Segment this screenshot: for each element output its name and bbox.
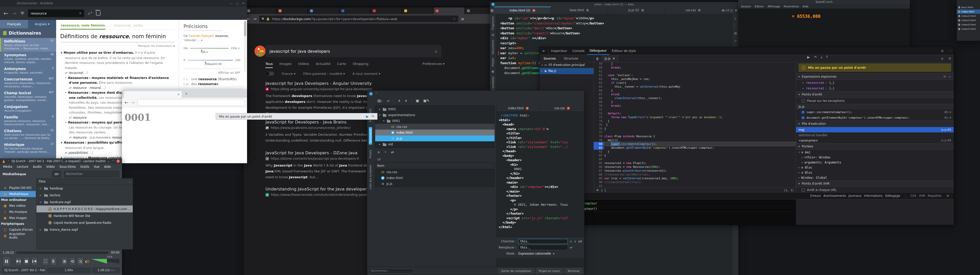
sources-pane-tab[interactable]: Structure <box>560 55 582 62</box>
breakpoint-row[interactable]: super.incrementeCompteur(); 80:4 <box>796 109 954 115</box>
filter-icon[interactable]: ⇄ <box>391 150 394 154</box>
dictionary-search-input[interactable]: ressource ✕ <box>28 9 84 17</box>
menu-icon[interactable]: ≡ <box>461 16 465 21</box>
toolview-terminal[interactable]: Terminal <box>565 269 582 274</box>
ddg-nav-tab[interactable]: Carte <box>337 62 346 68</box>
projects-name-header[interactable]: Nom <box>375 163 495 169</box>
advanced-search-icon[interactable]: ⌕⁺ <box>88 11 93 16</box>
sidebar-item[interactable]: ▣ Mes images <box>0 215 36 221</box>
kate-titlebar[interactable]: johan : index.html (2) — Kate <box>490 2 738 6</box>
xhr-breakpoints-header[interactable]: ▾Points d'arrêt XHR <box>796 180 954 187</box>
sidebar-section-item[interactable]: Définitions10 Moyen utilisé pour se tire… <box>0 38 56 52</box>
show-apf-link[interactable]: Afficher en APF <box>183 71 240 74</box>
source-tree-row[interactable]: ▸ ⊕ file:// <box>539 68 593 74</box>
favorites-heart-icon[interactable]: ♥ <box>20 10 24 16</box>
clear-search-icon[interactable]: ✕ <box>79 11 82 15</box>
bookmark-star-icon[interactable]: ☆ <box>453 17 456 21</box>
collapse-icon[interactable]: ⌃ <box>375 92 377 95</box>
tree-filter-input[interactable]: Rechercher... <box>369 269 414 273</box>
browser-tab[interactable] <box>277 7 307 14</box>
debugger-code-line[interactable]: 63 this._autoMajRun = run; <box>593 77 797 81</box>
responsive-mode-icon[interactable]: ⧉ <box>939 47 946 55</box>
debugger-code-line[interactable]: 85ressource1 = new Plop(3); <box>593 161 797 165</box>
ddg-search-box[interactable]: javascript for java developers ⌕ <box>266 45 442 57</box>
replace-icon[interactable]: ⇌ <box>570 246 573 249</box>
ddg-nav-tab[interactable]: Tous <box>266 62 273 68</box>
ribbon-step-icon[interactable]: ↷ <box>371 114 374 119</box>
menu-item[interactable]: Aide <box>803 5 808 8</box>
speaker-icon[interactable]: ◖)) <box>85 259 89 263</box>
debugger-code-line[interactable]: 74 } <box>593 119 797 123</box>
project-file-row[interactable]: () js.js <box>375 181 495 186</box>
safesearch-filter[interactable]: Filtre parental : modéré ▾ <box>303 72 345 76</box>
sidebar-tab-documents[interactable]: Documents <box>492 40 494 54</box>
scope-row[interactable]: ▸<this>: Window <box>796 155 954 160</box>
sidebar-tab-fragments[interactable]: Fragments <box>492 16 494 30</box>
sidebar-item[interactable]: ▤ Médiathèque <box>0 191 36 197</box>
refresh-icon[interactable]: ⟳ <box>943 75 946 78</box>
console-filter-button[interactable]: XHR <box>919 194 925 198</box>
close-source-tab-icon[interactable]: ✕ <box>612 57 615 60</box>
playlist-button[interactable]: ≣ <box>61 257 68 266</box>
debugger-code-line[interactable]: 89var truc = setInterval(ressource1.maj,… <box>593 177 797 180</box>
browser-tab[interactable] <box>245 7 276 14</box>
sidebar-section-item[interactable]: Conjugaison Aucune conjugaison <box>0 103 56 114</box>
debugger-code-line[interactable]: 67 else{ <box>593 92 797 96</box>
pause-button[interactable] <box>3 256 11 266</box>
step-over-icon[interactable]: ↷ <box>814 55 817 59</box>
document-tree-row[interactable]: {} css.css <box>375 124 495 130</box>
editor-tab[interactable]: index.html✕ <box>496 105 541 112</box>
maximize-icon[interactable]: ▢ <box>236 2 239 5</box>
document-tab[interactable]: bare.html✕ <box>551 6 608 14</box>
close-icon[interactable]: ✕ <box>242 2 245 5</box>
playlist-title-header[interactable]: Titre⌄ <box>37 179 133 185</box>
split-view-icon[interactable]: ◫ <box>729 6 734 14</box>
duckduckgo-logo[interactable] <box>255 46 266 57</box>
breakpoint-checkbox[interactable] <box>802 116 804 119</box>
search-up-icon[interactable]: ∧ <box>570 240 572 243</box>
trash-icon[interactable] <box>96 11 100 16</box>
menu-item[interactable]: Média <box>3 165 12 169</box>
scope-row[interactable]: ▸Window: Global <box>796 175 954 180</box>
project-file-row[interactable]: ● index.html <box>375 175 495 181</box>
document-list-item[interactable]: index4.html <box>957 22 980 27</box>
add-watch-icon[interactable]: ＋ <box>948 74 951 79</box>
browser-tab[interactable] <box>371 7 402 14</box>
scopes-header[interactable]: ▾Portées <box>796 143 954 150</box>
debugger-code-line[interactable]: 83} <box>593 153 797 157</box>
watch-expression-row[interactable]: ▸ressource1: {…} <box>796 85 954 91</box>
tab-anglais[interactable]: Anglais ▾ <box>28 20 56 28</box>
document-tree-row[interactable]: () js.js <box>375 136 495 141</box>
view-mode-button[interactable]: ▤▾ <box>52 171 61 177</box>
debugger-code-line[interactable]: 90//clearInterval(truc); <box>593 180 797 184</box>
xhr-break-row[interactable]: Arrêt à chaque URL <box>796 187 954 193</box>
precisions-scrollbar[interactable] <box>244 21 246 72</box>
new-file-icon[interactable]: ▤ <box>734 32 737 35</box>
minimize-icon[interactable]: — <box>229 2 232 5</box>
step-in-icon[interactable]: ⤓ <box>821 55 822 59</box>
playlist-row[interactable]: Hardcore Will Never Die <box>37 212 133 219</box>
resume-icon[interactable]: ▶ <box>807 55 810 59</box>
console-filter-button[interactable]: CSS <box>911 194 916 198</box>
disable-breakpoints-icon[interactable]: ⊘ <box>939 55 946 62</box>
sidebar-tab[interactable]: Documents <box>369 127 372 145</box>
editor-tab[interactable]: css.css✕ <box>541 105 584 112</box>
playlist-row[interactable]: ▸ handsup <box>37 185 133 192</box>
popup-tab[interactable]: ✕ <box>124 91 182 98</box>
document-tab[interactable]: js.js (2)✕ <box>608 6 665 14</box>
callstack-frame[interactable]: setInterval handler <box>796 133 954 138</box>
ddg-nav-tab[interactable]: Images <box>280 62 292 68</box>
editor-code[interactable]: <!DOCTYPE html><html> <head> <meta chars… <box>496 112 584 244</box>
save-icon[interactable]: ▣ <box>416 98 419 103</box>
result-title-link[interactable]: Javascript for Java Developers - Angular… <box>266 81 429 86</box>
ribbon-resume-icon[interactable]: ▶ <box>366 115 369 119</box>
debugger-code-line[interactable]: 72 default: <box>593 112 797 115</box>
minimize-icon[interactable]: ⌄ <box>107 160 110 163</box>
more-documents-button[interactable]: ▤+2 <box>722 6 729 14</box>
menu-item[interactable]: Audio <box>33 165 41 169</box>
sidebar-tab[interactable]: Projets <box>369 148 372 160</box>
tab-close-icon[interactable]: ✕ <box>586 9 589 12</box>
document-list-item[interactable]: index2.html <box>957 14 980 18</box>
sources-pane-tab[interactable]: Sources <box>539 55 560 62</box>
debugger-code-line[interactable]: 76} <box>593 127 797 131</box>
